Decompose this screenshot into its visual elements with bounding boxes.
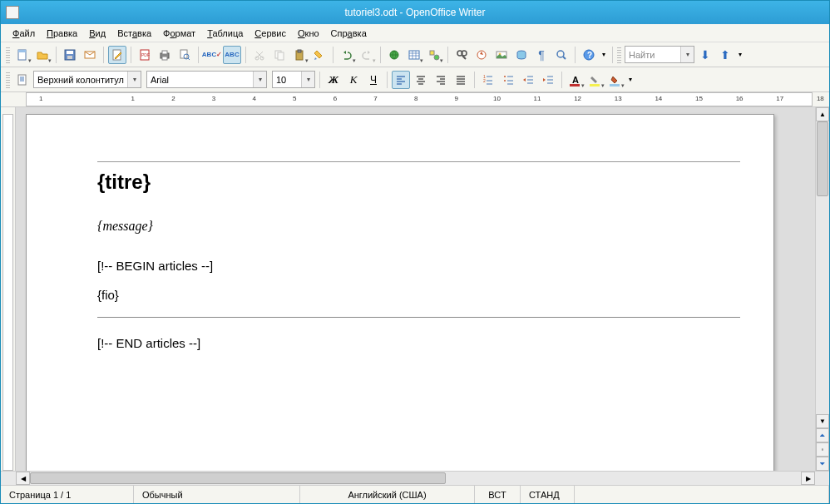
menu-help[interactable]: Справка bbox=[326, 27, 372, 40]
doc-begin-marker[interactable]: [!-- BEGIN articles --] bbox=[97, 259, 740, 273]
bgcolor-button[interactable] bbox=[606, 71, 625, 89]
grip-icon[interactable] bbox=[6, 46, 10, 64]
email-button[interactable] bbox=[81, 46, 99, 64]
status-selection[interactable]: СТАНД bbox=[521, 486, 575, 503]
svg-rect-17 bbox=[278, 52, 284, 60]
scroll-up-button[interactable]: ▲ bbox=[816, 107, 829, 121]
style-combo[interactable]: Верхний колонтитул▾ bbox=[33, 71, 141, 88]
paste-button[interactable] bbox=[290, 46, 309, 64]
svg-rect-19 bbox=[298, 50, 301, 52]
nonprinting-button[interactable]: ¶ bbox=[532, 46, 551, 64]
title-bar: tutoriel3.odt - OpenOffice Writer bbox=[1, 1, 829, 24]
print-preview-button[interactable] bbox=[175, 46, 194, 64]
svg-rect-10 bbox=[162, 51, 167, 54]
prev-page-button[interactable]: ⏶ bbox=[816, 428, 829, 442]
gallery-button[interactable] bbox=[492, 46, 511, 64]
align-right-button[interactable] bbox=[432, 71, 450, 89]
status-page[interactable]: Страница 1 / 1 bbox=[1, 486, 134, 503]
size-combo[interactable]: 10▾ bbox=[272, 71, 315, 88]
status-style[interactable]: Обычный bbox=[134, 486, 300, 503]
hyperlink-button[interactable] bbox=[385, 46, 403, 64]
align-center-button[interactable] bbox=[412, 71, 430, 89]
menu-file[interactable]: Файл bbox=[7, 27, 40, 40]
save-button[interactable] bbox=[61, 46, 79, 64]
vertical-scrollbar[interactable]: ▲ ▼ ⏶ ◦ ⏷ bbox=[815, 107, 829, 471]
svg-text:?: ? bbox=[587, 51, 592, 60]
print-button[interactable] bbox=[156, 46, 174, 64]
navigator-button[interactable] bbox=[472, 46, 491, 64]
copy-button[interactable] bbox=[270, 46, 289, 64]
increase-indent-button[interactable] bbox=[539, 71, 557, 89]
status-rest bbox=[575, 486, 829, 503]
doc-fio[interactable]: {fio} bbox=[97, 288, 740, 302]
styles-button[interactable] bbox=[13, 71, 32, 89]
vertical-ruler[interactable] bbox=[1, 107, 16, 471]
format-paintbrush-button[interactable] bbox=[310, 46, 329, 64]
next-page-button[interactable]: ⏷ bbox=[816, 457, 829, 471]
table-button[interactable] bbox=[405, 46, 423, 64]
align-left-button[interactable] bbox=[392, 71, 410, 89]
svg-point-23 bbox=[434, 55, 439, 60]
nav-object-button[interactable]: ◦ bbox=[816, 442, 829, 457]
doc-end-marker[interactable]: [!-- END articles --] bbox=[97, 336, 740, 350]
menu-window[interactable]: Окно bbox=[293, 27, 324, 40]
draw-button[interactable] bbox=[425, 46, 443, 64]
find-button[interactable] bbox=[452, 46, 471, 64]
menu-view[interactable]: Вид bbox=[84, 27, 111, 40]
menu-insert[interactable]: Вставка bbox=[112, 27, 156, 40]
menu-tools[interactable]: Сервис bbox=[249, 27, 291, 40]
toolbar-menu-icon[interactable]: ▾ bbox=[600, 46, 608, 64]
menu-format[interactable]: Формат bbox=[158, 27, 200, 40]
open-button[interactable] bbox=[33, 46, 52, 64]
font-combo[interactable]: Arial▾ bbox=[146, 71, 267, 88]
horizontal-ruler[interactable]: 1123456789101112131415161718 bbox=[1, 92, 829, 107]
menu-table[interactable]: Таблица bbox=[202, 27, 248, 40]
document-viewport[interactable]: {titre} {message} [!-- BEGIN articles --… bbox=[16, 107, 815, 471]
window-title: tutoriel3.odt - OpenOffice Writer bbox=[345, 7, 486, 18]
autospell-button[interactable]: ABC bbox=[223, 46, 241, 64]
highlight-button[interactable] bbox=[586, 71, 605, 89]
scroll-thumb[interactable] bbox=[30, 472, 446, 484]
bullet-list-button[interactable] bbox=[499, 71, 517, 89]
grip-icon[interactable] bbox=[6, 71, 10, 89]
scroll-thumb[interactable] bbox=[817, 121, 828, 196]
scroll-right-button[interactable]: ▶ bbox=[801, 472, 815, 485]
new-button[interactable] bbox=[13, 46, 32, 64]
font-color-button[interactable]: A bbox=[566, 71, 585, 89]
help-button[interactable]: ? bbox=[580, 46, 598, 64]
doc-message[interactable]: {message} bbox=[97, 219, 740, 234]
svg-point-30 bbox=[557, 51, 564, 57]
toolbar-menu-icon[interactable]: ▾ bbox=[736, 46, 744, 64]
cut-button[interactable] bbox=[250, 46, 269, 64]
find-combo[interactable]: Найти▾ bbox=[625, 46, 694, 63]
spellcheck-button[interactable]: ABC✓ bbox=[203, 46, 221, 64]
italic-button[interactable]: К bbox=[344, 71, 363, 89]
numbered-list-button[interactable]: 12 bbox=[479, 71, 497, 89]
bold-button[interactable]: Ж bbox=[324, 71, 343, 89]
status-insert[interactable]: ВСТ bbox=[475, 486, 521, 503]
svg-text:2: 2 bbox=[483, 78, 486, 83]
redo-button[interactable] bbox=[358, 46, 376, 64]
undo-button[interactable] bbox=[338, 46, 356, 64]
find-next-button[interactable]: ⬇ bbox=[696, 46, 714, 64]
underline-button[interactable]: Ч bbox=[364, 71, 383, 89]
edit-button[interactable] bbox=[108, 46, 126, 64]
menu-edit[interactable]: Правка bbox=[42, 27, 82, 40]
doc-title[interactable]: {titre} bbox=[97, 170, 740, 194]
zoom-button[interactable] bbox=[552, 46, 571, 64]
svg-rect-22 bbox=[430, 51, 434, 55]
datasource-button[interactable] bbox=[512, 46, 531, 64]
menu-bar[interactable]: Файл Правка Вид Вставка Формат Таблица С… bbox=[1, 24, 829, 42]
scroll-left-button[interactable]: ◀ bbox=[16, 472, 30, 485]
find-prev-button[interactable]: ⬆ bbox=[716, 46, 734, 64]
export-pdf-button[interactable]: PDF bbox=[136, 46, 154, 64]
status-lang[interactable]: Английский (США) bbox=[300, 486, 475, 503]
grip-icon[interactable] bbox=[617, 46, 621, 64]
page[interactable]: {titre} {message} [!-- BEGIN articles --… bbox=[26, 114, 774, 471]
align-justify-button[interactable] bbox=[452, 71, 470, 89]
decrease-indent-button[interactable] bbox=[519, 71, 537, 89]
svg-rect-33 bbox=[18, 75, 26, 85]
scroll-down-button[interactable]: ▼ bbox=[816, 414, 829, 428]
toolbar-menu-icon[interactable]: ▾ bbox=[626, 71, 635, 89]
horizontal-scrollbar[interactable]: ◀ ▶ bbox=[1, 471, 829, 485]
